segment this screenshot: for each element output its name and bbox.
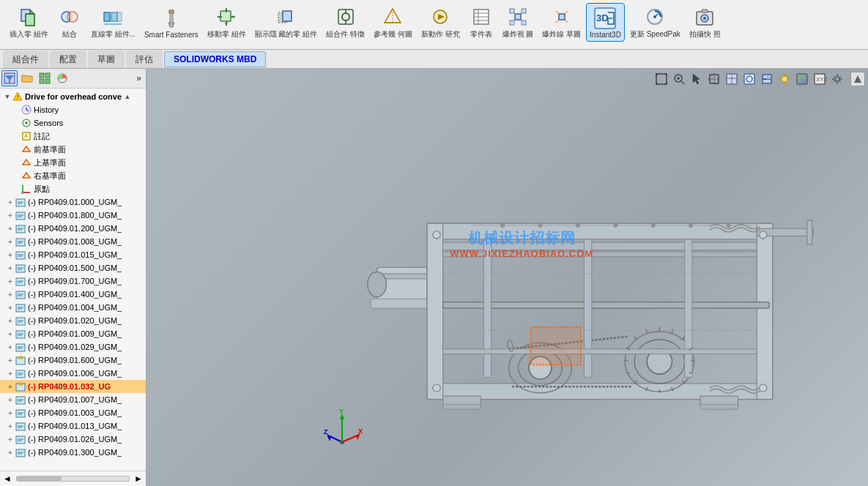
part-expand-19[interactable]: + [6,356,15,364]
vp-settings-icon[interactable] [830,72,845,86]
part-expand-13[interactable]: + [6,277,15,285]
part-expand-10[interactable]: + [6,237,15,246]
tree-item-history[interactable]: History [0,103,146,116]
tree-item-part-23[interactable]: + (-) RP0409.01.003_UGM_ [0,406,146,419]
tab-sketch[interactable]: 草圖 [88,51,125,68]
part-expand-24[interactable]: + [6,422,15,430]
sidebar-hscroll[interactable] [16,476,130,482]
tab-evaluate[interactable]: 評估 [126,51,163,68]
svg-rect-151 [744,74,754,84]
tree-item-part-8[interactable]: + (-) RP0409.01.800_UGM_ [0,209,146,222]
sidebar-scroll-right[interactable]: ► [133,473,144,485]
tree-item-part-7[interactable]: + (-) RP0409.01.000_UGM_ [0,195,146,209]
tree-item-part-10[interactable]: + (-) RP0409.01.008_UGM_ [0,235,146,248]
vp-display-icon[interactable] [742,72,757,86]
tree-item-part-9[interactable]: + (-) RP0409.01.200_UGM_ [0,222,146,235]
tree-item-part-24[interactable]: + (-) RP0409.01.013_UGM_ [0,419,146,433]
tree-item-top-plane[interactable]: 上基準面 [0,156,146,169]
instant3d-button[interactable]: 3D Instant3D [586,3,625,42]
part-expand-17[interactable]: + [6,329,15,338]
tree-item-sensors[interactable]: Sensors [0,116,146,130]
tree-item-part-14[interactable]: + (-) RP0409.01.400_UGM_ [0,288,146,301]
sidebar-folder-btn[interactable] [19,70,35,86]
new-motion-button[interactable]: 新動作 研究 [418,3,464,42]
sensors-expand[interactable] [12,119,21,127]
tree-item-part-18[interactable]: + (-) RP0409.01.029_UGM_ [0,340,146,354]
part-expand-12[interactable]: + [6,263,15,272]
vp-section-icon[interactable] [760,72,774,86]
smart-fasteners-button[interactable]: Smart Fasteners [141,3,202,42]
tab-mbd[interactable]: SOLIDWORKS MBD [164,51,266,67]
mate-button[interactable]: 結合 [53,3,86,42]
tab-configuration[interactable]: 配置 [50,51,86,68]
tree-item-part-17[interactable]: + (-) RP0409.01.009_UGM_ [0,327,146,340]
bom-button[interactable]: 零件表 [465,3,497,42]
tree-item-part-22[interactable]: + (-) RP0409.01.007_UGM_ [0,393,146,406]
part-expand-11[interactable]: + [6,250,15,259]
tree-item-annotation[interactable]: A 註記 [0,130,146,143]
part-expand-25[interactable]: + [6,435,15,444]
vp-pan-icon[interactable] [707,72,722,86]
tree-item-part-11[interactable]: + (-) RP0409.01.015_UGM_ [0,248,146,261]
annotation-expand[interactable] [12,132,21,141]
vp-render-icon[interactable] [724,72,739,86]
sidebar-filter-btn[interactable] [1,70,18,86]
tree-item-right-plane[interactable]: 右基準面 [0,169,146,182]
part-expand-14[interactable]: + [6,290,15,299]
tree-item-part-15[interactable]: + (-) RP0409.01.004_UGM_ [0,301,146,314]
part-expand-23[interactable]: + [6,408,15,417]
vp-lights-icon[interactable] [777,72,792,86]
cad-model[interactable] [315,142,853,449]
vp-view-icon[interactable]: XYZ [812,72,827,86]
reference-geometry-button[interactable]: 參考幾 何圖 [370,3,416,42]
tree-item-front-plane[interactable]: 前基準面 [0,143,146,156]
linear-pattern-button[interactable]: 直線零 組件... [87,3,139,42]
speedpak-button[interactable]: 更新 SpeedPak [626,3,684,42]
part-expand-7[interactable]: + [6,198,15,206]
vp-zoom-icon[interactable] [672,72,686,86]
svg-marker-15 [232,15,235,18]
part-icon-18 [15,341,26,353]
vp-select-icon[interactable] [689,72,704,86]
part-expand-8[interactable]: + [6,211,15,220]
tree-item-part-26[interactable]: + (-) RP0409.01.300_UGM_ [0,446,146,459]
tab-assembly[interactable]: 組合件 [3,51,48,68]
svg-rect-103 [16,331,25,338]
assembly-feature-button[interactable]: 組合件 特徵 [322,3,368,42]
sidebar-color-btn[interactable] [54,70,70,86]
part-expand-16[interactable]: + [6,316,15,325]
tree-item-part-16[interactable]: + (-) RP0409.01.020_UGM_ [0,314,146,327]
tree-item-part-12[interactable]: + (-) RP0409.01.500_UGM_ [0,261,146,274]
explode-line-button[interactable]: 爆炸線 草圖 [538,3,585,42]
tree-item-part-19[interactable]: + (-) RP0409.01.600_UGM_ [0,354,146,367]
root-collapse-icon[interactable]: ▲ [123,92,132,101]
sidebar-grid-btn[interactable] [37,70,53,86]
part-expand-18[interactable]: + [6,343,15,351]
tree-item-part-20[interactable]: + (-) RP0409.01.006_UGM_ [0,367,146,380]
part-expand-15[interactable]: + [6,303,15,312]
part-expand-22[interactable]: + [6,395,15,404]
vp-zoom-fit-icon[interactable] [654,72,669,86]
explode-button[interactable]: 爆炸視 圖 [499,3,538,42]
vp-bg-icon[interactable] [795,72,809,86]
insert-part-button[interactable]: 插入零 組件 [6,3,52,42]
viewport[interactable]: XYZ 机械设计招标网 WWW.JIXIEZHAOBIAO.COM [146,69,868,486]
root-expand-icon[interactable]: ▼ [3,92,12,101]
part-expand-26[interactable]: + [6,448,15,457]
move-component-button[interactable]: 移動零 組件 [204,3,250,42]
part-expand-20[interactable]: + [6,369,15,378]
tree-item-part-13[interactable]: + (-) RP0409.01.700_UGM_ [0,274,146,288]
sidebar-scroll-left[interactable]: ◄ [1,473,13,485]
snapshot-button[interactable]: 拍攝快 照 [686,3,724,42]
tree-root-item[interactable]: ▼ ! Drive for overhead conve ▲ [0,90,146,103]
show-hidden-button[interactable]: 顯示隱 藏的零 組件 [251,3,322,42]
corner-button[interactable] [850,72,865,86]
tree-item-origin[interactable]: 原點 [0,182,146,195]
tree-item-part-25[interactable]: + (-) RP0409.01.026_UGM_ [0,433,146,446]
sidebar-more-btn[interactable]: » [133,73,144,83]
sidebar-tree[interactable]: ▼ ! Drive for overhead conve ▲ [0,89,146,471]
part-expand-21[interactable]: + [6,382,15,391]
history-expand[interactable] [12,105,21,114]
part-expand-9[interactable]: + [6,224,15,233]
tree-item-part-21[interactable]: + (-) RP0409.01.032_UG [0,380,146,393]
